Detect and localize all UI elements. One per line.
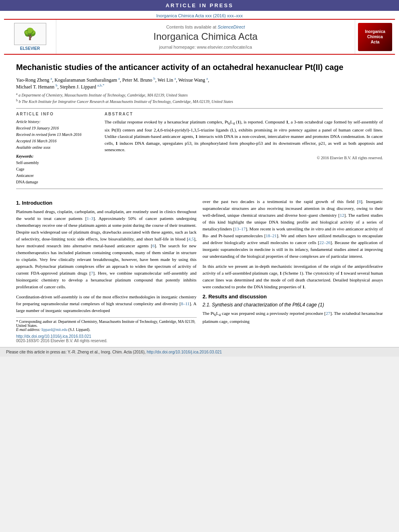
synthesis-heading: 2.1. Synthesis and characterization of t… — [203, 302, 383, 308]
intro-para-2: Coordination-driven self-assembly is one… — [16, 294, 197, 314]
intro-para-1: Platinum-based drugs, cisplatin, carbopl… — [16, 208, 197, 291]
elsevier-logo: 🌳 ELSEVIER — [14, 23, 46, 51]
right-para-1: over the past two decades is a testimoni… — [203, 198, 383, 260]
email-name: (S.J. Lippard). — [68, 328, 90, 332]
right-para-2: In this article we present an in-depth m… — [203, 263, 383, 290]
cite-text: Please cite this article in press as: Y.… — [6, 350, 146, 354]
journal-header: 🌳 ELSEVIER Contents lists available at S… — [4, 19, 395, 55]
footnote-block: * Corresponding author at: Department of… — [16, 317, 197, 332]
received-date: Received 19 January 2016 — [16, 126, 59, 130]
email-address[interactable]: lippard@mit.edu — [41, 328, 67, 332]
main-right-col: over the past two decades is a testimoni… — [203, 198, 383, 343]
keyword-2: Cage — [16, 167, 25, 171]
affiliation-a: a Department of Chemistry, Massachusetts… — [19, 93, 188, 97]
synthesis-para: The Pt6L4 cage was prepared using a prev… — [203, 310, 383, 325]
sciencedirect-link[interactable]: ScienceDirect — [218, 25, 245, 29]
logo-title-line1: Inorganica Chimica Acta — [365, 29, 385, 45]
divider-1 — [16, 108, 383, 109]
journal-homepage: journal homepage: www.elsevier.com/locat… — [159, 45, 252, 49]
journal-logo-box: Inorganica Chimica Acta — [358, 23, 392, 51]
article-in-press-banner: ARTICLE IN PRESS — [0, 0, 399, 11]
divider-2 — [16, 189, 383, 189]
sciencedirect-line: Contents lists available at ScienceDirec… — [166, 25, 245, 29]
bottom-bar: Please cite this article in press as: Y.… — [0, 347, 399, 357]
main-content: 1. Introduction Platinum-based drugs, ci… — [0, 196, 399, 347]
article-title: Mechanistic studies of the anticancer ac… — [16, 62, 383, 72]
doi-line: Inorganica Chimica Acta xxx (2016) xxx–x… — [0, 11, 399, 19]
affiliation-b: b The Koch Institute for Integrative Can… — [19, 100, 233, 104]
doi-line-text: Inorganica Chimica Acta xxx (2016) xxx–x… — [156, 13, 243, 18]
cite-link[interactable]: http://dx.doi.org/10.1016/j.ica.2016.03.… — [147, 350, 222, 354]
keywords-label: Keywords: — [16, 154, 97, 158]
elsevier-tree-box: 🌳 — [14, 23, 46, 45]
page-wrapper: ARTICLE IN PRESS Inorganica Chimica Acta… — [0, 0, 399, 357]
keyword-4: DNA damage — [16, 180, 38, 184]
article-info-label: ARTICLE INFO — [16, 112, 97, 116]
keywords-section: Keywords: Self-assembly Cage Anticancer … — [16, 154, 97, 185]
revised-date: Received in revised form 13 March 2016 — [16, 132, 82, 137]
abstract-text: The cellular response evoked by a hexanu… — [105, 119, 383, 153]
abstract-col: ABSTRACT The cellular response evoked by… — [105, 112, 383, 185]
issn-text: 0020-1693/© 2016 Elsevier B.V. All right… — [16, 339, 197, 343]
email-line: E-mail address: lippard@mit.edu (S.J. Li… — [16, 328, 197, 332]
elsevier-text: ELSEVIER — [20, 46, 40, 51]
article-info-col: ARTICLE INFO Article history: Received 1… — [16, 112, 97, 185]
copyright-text: © 2016 Elsevier B.V. All rights reserved… — [105, 156, 383, 160]
journal-logo-right: Inorganica Chimica Acta — [355, 20, 395, 54]
corresponding-author-text: * Corresponding author at: Department of… — [16, 320, 195, 328]
banner-text: ARTICLE IN PRESS — [166, 2, 234, 8]
abstract-label: ABSTRACT — [105, 112, 383, 116]
main-left-col: 1. Introduction Platinum-based drugs, ci… — [16, 198, 197, 343]
accepted-date: Accepted 16 March 2016 — [16, 139, 56, 143]
tree-icon: 🌳 — [23, 27, 37, 41]
introduction-heading: 1. Introduction — [16, 200, 197, 206]
affiliations: a a Department of Chemistry, Massachuset… — [16, 92, 383, 105]
article-history: Article history: Received 19 January 201… — [16, 119, 97, 151]
journal-title: Inorganica Chimica Acta — [154, 31, 258, 42]
corresponding-author-note: * Corresponding author at: Department of… — [16, 320, 197, 328]
results-heading: 2. Results and discussion — [203, 294, 383, 300]
contents-label: Contents lists available at — [166, 25, 216, 29]
history-label: Article history: — [16, 119, 41, 124]
email-label: E-mail address: — [16, 328, 41, 332]
info-abstract-section: ARTICLE INFO Article history: Received 1… — [16, 112, 383, 185]
keyword-3: Anticancer — [16, 173, 34, 178]
journal-title-section: Contents lists available at ScienceDirec… — [56, 20, 355, 54]
doi-footer-section: http://dx.doi.org/10.1016/j.ica.2016.03.… — [16, 334, 197, 343]
please-cite-text: Please cite this article in press as: Y.… — [6, 350, 393, 354]
available-online: Available online xxxx — [16, 145, 51, 150]
doi-link[interactable]: http://dx.doi.org/10.1016/j.ica.2016.03.… — [16, 334, 197, 339]
article-body: Mechanistic studies of the anticancer ac… — [0, 55, 399, 196]
keywords-list: Self-assembly Cage Anticancer DNA damage — [16, 160, 97, 185]
elsevier-logo-section: 🌳 ELSEVIER — [4, 20, 56, 54]
keyword-1: Self-assembly — [16, 160, 39, 165]
authors-line: Yao-Rong Zheng a, Kogularamanan Sunthara… — [16, 76, 383, 90]
